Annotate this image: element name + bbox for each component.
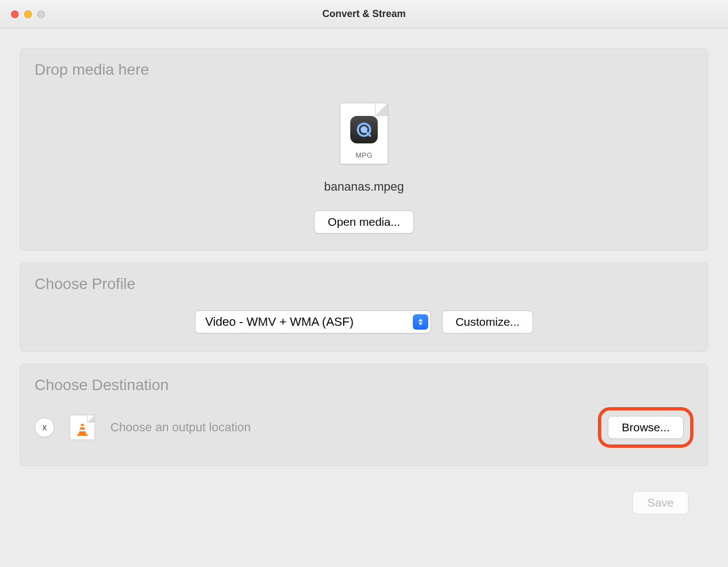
main-content: Drop media here MPG bananas.mpeg Open me… bbox=[0, 29, 728, 534]
select-chevrons-icon[interactable] bbox=[413, 314, 428, 330]
open-media-button[interactable]: Open media... bbox=[314, 210, 414, 234]
choose-profile-panel: Choose Profile Video - WMV + WMA (ASF) C… bbox=[20, 263, 708, 352]
window-title: Convert & Stream bbox=[0, 8, 728, 20]
save-button: Save bbox=[632, 491, 688, 514]
profile-select-value[interactable]: Video - WMV + WMA (ASF) bbox=[195, 310, 431, 333]
customize-profile-button[interactable]: Customize... bbox=[442, 310, 534, 333]
profile-select[interactable]: Video - WMV + WMA (ASF) bbox=[195, 310, 431, 333]
titlebar: Convert & Stream bbox=[0, 0, 728, 29]
svg-rect-3 bbox=[80, 430, 86, 431]
window-controls bbox=[11, 10, 45, 18]
destination-hint: Choose an output location bbox=[110, 420, 583, 435]
choose-profile-heading: Choose Profile bbox=[35, 275, 693, 293]
file-ext-label: MPG bbox=[355, 151, 372, 159]
zoom-window-icon bbox=[37, 10, 45, 18]
close-window-icon[interactable] bbox=[11, 10, 19, 18]
vlc-cone-icon bbox=[70, 415, 95, 440]
file-name-label: bananas.mpeg bbox=[324, 180, 404, 194]
drop-media-panel[interactable]: Drop media here MPG bananas.mpeg Open me… bbox=[20, 48, 708, 251]
destination-row: x Choose an output location Browse... bbox=[35, 396, 693, 453]
browse-destination-button[interactable]: Browse... bbox=[608, 416, 684, 439]
choose-destination-panel: Choose Destination x Choose an output lo… bbox=[20, 364, 708, 466]
footer: Save bbox=[20, 478, 708, 514]
drop-area[interactable]: MPG bananas.mpeg Open media... bbox=[35, 81, 693, 238]
minimize-window-icon[interactable] bbox=[24, 10, 32, 18]
profile-row: Video - WMV + WMA (ASF) Customize... bbox=[35, 295, 693, 339]
svg-point-1 bbox=[361, 126, 368, 134]
browse-highlight: Browse... bbox=[598, 407, 693, 448]
quicktime-icon bbox=[350, 116, 378, 143]
media-file-icon: MPG bbox=[340, 103, 388, 164]
clear-destination-button[interactable]: x bbox=[35, 418, 54, 437]
svg-rect-4 bbox=[77, 434, 88, 436]
svg-rect-2 bbox=[80, 426, 85, 427]
drop-media-heading: Drop media here bbox=[35, 61, 693, 79]
choose-destination-heading: Choose Destination bbox=[35, 376, 693, 394]
